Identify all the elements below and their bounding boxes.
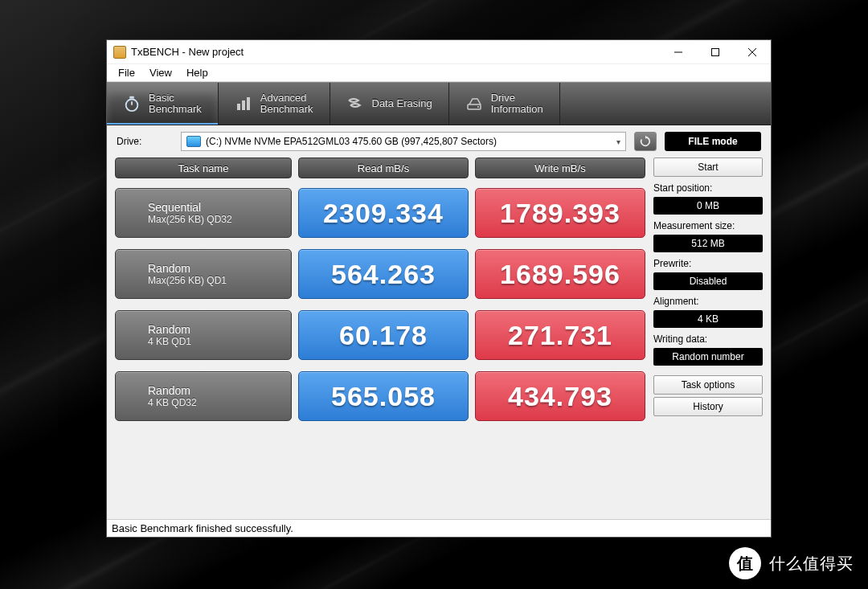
start-position-value[interactable]: 0 MB	[653, 197, 763, 215]
task-cell[interactable]: Random4 KB QD1	[115, 310, 292, 360]
watermark: 值 什么值得买	[729, 547, 854, 579]
maximize-button[interactable]	[697, 40, 734, 64]
tab-basic-benchmark[interactable]: BasicBenchmark	[107, 83, 219, 125]
menu-file[interactable]: File	[112, 65, 141, 80]
read-value: 564.263	[298, 249, 469, 299]
erase-icon	[346, 95, 364, 112]
minimize-button[interactable]	[660, 40, 697, 64]
task-cell[interactable]: SequentialMax(256 KB) QD32	[115, 188, 292, 238]
toolbar: BasicBenchmark AdvancedBenchmark Data Er…	[107, 82, 771, 125]
result-row: Random4 KB QD32565.058434.793	[115, 371, 645, 421]
writing-data-value[interactable]: Random number	[653, 348, 763, 366]
app-icon	[113, 46, 126, 59]
start-button[interactable]: Start	[653, 157, 763, 177]
write-value: 1689.596	[475, 249, 645, 299]
svg-rect-8	[242, 100, 245, 110]
task-options-button[interactable]: Task options	[653, 375, 763, 395]
drive-label: Drive:	[117, 136, 173, 147]
app-window: TxBENCH - New project File View Help Bas…	[106, 39, 772, 538]
file-mode-button[interactable]: FILE mode	[665, 132, 761, 151]
write-value: 434.793	[475, 371, 645, 421]
menubar: File View Help	[107, 64, 771, 82]
watermark-badge-icon: 值	[729, 547, 761, 579]
task-cell[interactable]: RandomMax(256 KB) QD1	[115, 249, 292, 299]
svg-rect-6	[129, 96, 134, 99]
sidebar: Start Start position: 0 MB Measurement s…	[653, 157, 763, 514]
svg-rect-7	[237, 104, 240, 110]
tab-data-erasing[interactable]: Data Erasing	[330, 83, 449, 125]
measurement-size-value[interactable]: 512 MB	[653, 235, 763, 252]
chevron-down-icon: ▾	[616, 137, 620, 146]
svg-point-11	[477, 106, 479, 108]
svg-rect-9	[247, 97, 250, 110]
history-button[interactable]: History	[653, 397, 763, 416]
refresh-icon	[639, 135, 652, 148]
close-button[interactable]	[734, 40, 771, 64]
alignment-value[interactable]: 4 KB	[653, 310, 763, 328]
bar-chart-icon	[235, 95, 252, 112]
alignment-label: Alignment:	[653, 296, 763, 307]
tab-advanced-benchmark[interactable]: AdvancedBenchmark	[219, 83, 330, 125]
writing-data-label: Writing data:	[653, 333, 763, 345]
write-value: 1789.393	[475, 188, 645, 238]
status-bar: Basic Benchmark finished successfully.	[107, 519, 771, 537]
read-value: 60.178	[298, 310, 469, 360]
titlebar[interactable]: TxBENCH - New project	[107, 40, 771, 64]
drive-row: Drive: (C:) NVMe NVMe EPA512GML03 475.60…	[107, 125, 771, 156]
menu-help[interactable]: Help	[180, 65, 215, 80]
prewrite-label: Prewrite:	[653, 258, 763, 269]
results-panel: Task name Read mB/s Write mB/s Sequentia…	[115, 157, 645, 514]
write-value: 271.731	[475, 310, 645, 360]
drive-small-icon	[186, 136, 201, 147]
result-row: SequentialMax(256 KB) QD322309.3341789.3…	[115, 188, 645, 238]
svg-point-4	[126, 100, 138, 112]
status-text: Basic Benchmark finished successfully.	[112, 522, 293, 534]
header-task: Task name	[115, 157, 292, 178]
result-row: RandomMax(256 KB) QD1564.2631689.596	[115, 249, 645, 299]
menu-view[interactable]: View	[143, 65, 178, 80]
refresh-button[interactable]	[634, 132, 657, 151]
start-position-label: Start position:	[653, 182, 763, 194]
drive-select[interactable]: (C:) NVMe NVMe EPA512GML03 475.60 GB (99…	[181, 132, 626, 151]
window-title: TxBENCH - New project	[131, 46, 660, 58]
task-cell[interactable]: Random4 KB QD32	[115, 371, 292, 421]
header-read: Read mB/s	[298, 157, 469, 178]
svg-rect-1	[712, 48, 719, 55]
drive-icon	[465, 95, 483, 112]
measurement-size-label: Measurement size:	[653, 220, 763, 231]
header-write: Write mB/s	[475, 157, 645, 178]
result-row: Random4 KB QD160.178271.731	[115, 310, 645, 360]
stopwatch-icon	[123, 95, 141, 112]
tab-drive-information[interactable]: DriveInformation	[449, 83, 560, 125]
read-value: 2309.334	[298, 188, 469, 238]
watermark-text: 什么值得买	[769, 553, 854, 575]
read-value: 565.058	[298, 371, 469, 421]
prewrite-value[interactable]: Disabled	[653, 272, 763, 290]
